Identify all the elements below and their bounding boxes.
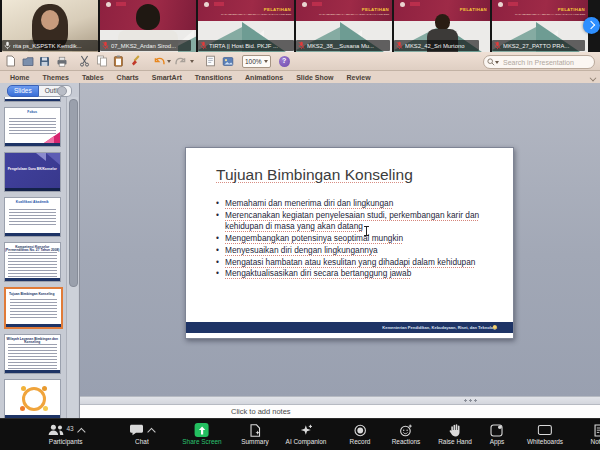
panel-tab-outline[interactable]: Outline xyxy=(39,85,73,97)
video-tile-ardan[interactable]: 07_MKS2_Ardan Sirod... xyxy=(100,0,196,52)
record-button[interactable]: Record xyxy=(349,419,372,450)
tab-slide-show[interactable]: Slide Show xyxy=(296,74,333,81)
slide-thumbnail-wilayah[interactable]: Wilayah Layanan Bimbingan dan Konseling xyxy=(4,334,61,374)
slide-thumbnail-fokus[interactable]: Fokus xyxy=(4,107,61,147)
person-head xyxy=(435,14,450,30)
participant-name-bar: rita ps_KSPSTK Kemdik... xyxy=(2,40,98,51)
print-icon[interactable] xyxy=(55,55,68,68)
paste-icon[interactable] xyxy=(112,55,125,68)
record-icon xyxy=(353,424,366,437)
cut-icon[interactable] xyxy=(78,55,91,68)
slide-bullet: Mengembangkan potensinya seoptimal mungk… xyxy=(216,233,488,244)
slide-thumbnail-diagram[interactable] xyxy=(4,379,61,418)
tab-animations[interactable]: Animations xyxy=(245,74,283,81)
ai-companion-icon xyxy=(299,424,312,437)
video-tile-sri[interactable]: PELATIHAN MKS2_42_Sri Murtono xyxy=(394,0,490,52)
tab-transitions[interactable]: Transitions xyxy=(195,74,232,81)
notes-button[interactable]: Notes xyxy=(590,419,600,450)
summary-button[interactable]: Summary xyxy=(240,419,270,450)
redo-icon[interactable] xyxy=(175,55,188,68)
slide-thumbnail-kompetensi[interactable]: Kompetensi Konselor (Permendiknas No. 27… xyxy=(4,242,61,282)
zoom-level-select[interactable]: 100% xyxy=(242,55,271,68)
tab-smartart[interactable]: SmartArt xyxy=(152,74,182,81)
apps-button[interactable]: Apps xyxy=(489,419,505,450)
new-file-icon[interactable] xyxy=(4,55,17,68)
search-scope-dropdown-icon[interactable] xyxy=(495,61,499,64)
slide-bullet: Mengatasi hambatan atau kesulitan yang d… xyxy=(216,257,488,268)
ai-companion-button[interactable]: AI Companion xyxy=(284,419,328,450)
whiteboards-icon xyxy=(537,424,552,436)
open-folder-icon[interactable] xyxy=(21,55,34,68)
notes-divider[interactable] xyxy=(80,396,600,405)
share-screen-button[interactable]: Share Screen xyxy=(181,419,224,450)
sidebar-scrollbar[interactable] xyxy=(66,97,78,418)
video-tile-rita[interactable]: rita ps_KSPSTK Kemdik... xyxy=(2,0,98,52)
mic-muted-icon xyxy=(102,41,109,50)
video-tile-tirta[interactable]: PELATIHAN MANAJEMEN KEPALA SEKOLAH ANGKA… xyxy=(198,0,294,52)
slide-thumbnail-partial[interactable] xyxy=(4,97,61,102)
virtual-bg-subtitle: MANAJEMEN KEPALA SEKOLAH ANGKATAN II TAH… xyxy=(319,13,389,16)
slides-panel: Slides Outline Fokus Pengelolaan Guru BK… xyxy=(0,83,80,418)
slide-thumbnail-kualifikasi[interactable]: Kualifikasi Akademik xyxy=(4,197,61,237)
video-tile-susana[interactable]: PELATIHAN MANAJEMEN KEPALA SEKOLAH ANGKA… xyxy=(296,0,392,52)
next-participants-button[interactable] xyxy=(583,17,600,34)
ministry-logo-icon xyxy=(493,325,497,329)
format-painter-icon[interactable] xyxy=(129,55,142,68)
raise-hand-button[interactable]: Raise Hand xyxy=(437,419,474,450)
participant-name-bar: MKS2_38__Susana Mu... xyxy=(296,40,390,51)
media-browser-icon[interactable] xyxy=(221,55,234,68)
slide-bullet: Mengaktualisasikan diri secara bertanggu… xyxy=(216,268,488,279)
tab-home[interactable]: Home xyxy=(10,74,29,81)
help-icon[interactable] xyxy=(279,56,290,67)
chat-chevron-icon[interactable] xyxy=(147,428,155,436)
search-input[interactable] xyxy=(501,58,585,67)
video-tile-patto[interactable]: PELATIHAN MANAJEMEN KEPALA SEKOLAH ANGKA… xyxy=(492,0,588,52)
participant-name: MKS2_38__Susana Mu... xyxy=(307,43,374,49)
slide-thumbnails: Fokus Pengelolaan Guru BK/Konselor Kuali… xyxy=(4,97,61,418)
slide-bullet: Memahami dan menerima diri dan lingkunga… xyxy=(216,198,488,209)
panel-options-icon[interactable] xyxy=(57,86,67,96)
slide-thumbnail-pengelolaan[interactable]: Pengelolaan Guru BK/Konselor xyxy=(4,152,61,192)
participants-icon xyxy=(47,424,64,436)
search-icon xyxy=(487,58,495,66)
virtual-bg-subtitle: MANAJEMEN KEPALA SEKOLAH ANGKATAN II TAH… xyxy=(221,13,291,16)
notes-pane[interactable]: Click to add notes xyxy=(80,405,600,418)
chat-button[interactable]: Chat xyxy=(130,419,155,450)
tab-review[interactable]: Review xyxy=(347,74,371,81)
apps-icon xyxy=(491,424,504,437)
copy-icon[interactable] xyxy=(95,55,108,68)
undo-dropdown-icon[interactable] xyxy=(167,60,171,63)
participants-chevron-icon[interactable] xyxy=(77,428,85,436)
video-strip: rita ps_KSPSTK Kemdik... 07_MKS2_Ardan S… xyxy=(0,0,600,52)
scrollbar-thumb[interactable] xyxy=(69,99,78,287)
divider-handle-icon[interactable] xyxy=(463,399,477,402)
participant-name-bar: 07_MKS2_Ardan Sirod... xyxy=(100,40,191,51)
tab-tables[interactable]: Tables xyxy=(82,74,104,81)
format-dialog-icon[interactable] xyxy=(204,55,217,68)
slide-canvas[interactable]: Tujuan Bimbingan Konseling Memahami dan … xyxy=(80,83,600,396)
panel-tab-slides[interactable]: Slides xyxy=(7,85,39,97)
redo-dropdown-icon[interactable] xyxy=(190,60,194,63)
mic-on-icon xyxy=(4,41,11,50)
zoom-meeting-screen: rita ps_KSPSTK Kemdik... 07_MKS2_Ardan S… xyxy=(0,0,600,450)
virtual-bg-subtitle: MANAJEMEN KEPALA SEKOLAH ANGKATAN II TAH… xyxy=(515,13,585,16)
virtual-bg-title: PELATIHAN xyxy=(264,7,291,11)
participant-name-bar: MKS2_27_PATTO PRA... xyxy=(492,40,585,51)
whiteboards-button[interactable]: Whiteboards xyxy=(525,419,564,450)
current-slide[interactable]: Tujuan Bimbingan Konseling Memahami dan … xyxy=(185,147,514,339)
save-icon[interactable] xyxy=(38,55,51,68)
slide-thumbnail-tujuan-selected[interactable]: Tujuan Bimbingan Konseling xyxy=(4,287,63,329)
undo-icon[interactable] xyxy=(152,55,165,68)
participants-button[interactable]: 43 Participants xyxy=(47,419,84,450)
zoom-level-value: 100% xyxy=(245,58,262,65)
tab-themes[interactable]: Themes xyxy=(42,74,68,81)
tab-charts[interactable]: Charts xyxy=(117,74,139,81)
participant-name-bar: MKS2_42_Sri Murtono xyxy=(394,40,479,51)
thumbnail-title: Pengelolaan Guru BK/Konselor xyxy=(5,167,59,170)
person-head xyxy=(136,4,160,30)
reactions-button[interactable]: Reactions xyxy=(390,419,421,450)
ribbon-collapse-icon[interactable] xyxy=(590,75,597,82)
panel-tab-bar: Slides Outline xyxy=(0,83,79,97)
slide-footer-text: Kementerian Pendidikan, Kebudayaan, Rise… xyxy=(382,325,497,329)
thumbnail-title: Tujuan Bimbingan Konseling xyxy=(9,292,63,295)
